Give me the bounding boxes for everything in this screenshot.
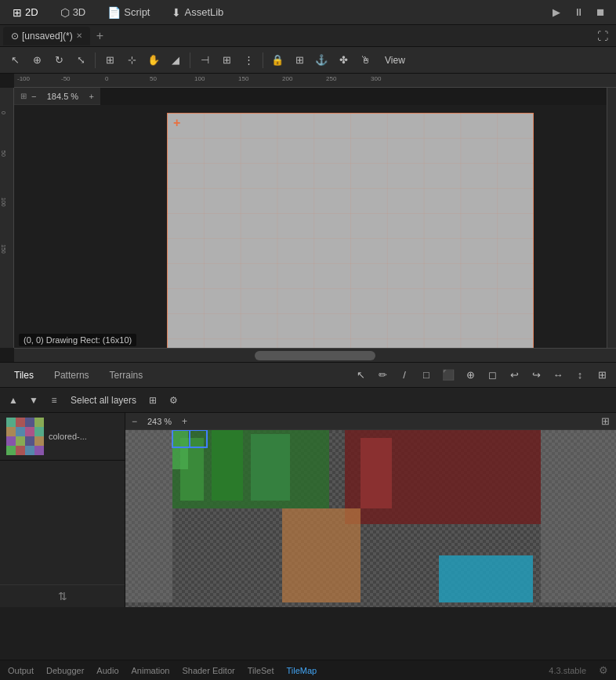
- tile-viewer[interactable]: − 243 % + ⊞: [125, 413, 616, 607]
- svg-rect-36: [541, 430, 616, 602]
- debugger-panel-button[interactable]: Debugger: [46, 666, 84, 675]
- ruler-horizontal: -100 -50 0 50 100 150 200 250 300: [14, 74, 616, 88]
- tiles-layerbar: ▲ ▼ ≡ Select all layers ⊞ ⚙: [0, 388, 616, 413]
- svg-rect-9: [25, 427, 34, 436]
- tileset-item[interactable]: colored-...: [0, 413, 125, 461]
- version-settings-icon[interactable]: ⚙: [599, 664, 608, 676]
- audio-panel-button[interactable]: Audio: [96, 666, 118, 675]
- new-tab-button[interactable]: +: [92, 29, 108, 43]
- layer-up-button[interactable]: ▲: [5, 392, 22, 409]
- layer-grid-button[interactable]: ⊞: [144, 392, 161, 409]
- undo-button[interactable]: ↩: [505, 366, 524, 385]
- play-button[interactable]: ▶: [549, 5, 564, 20]
- svg-rect-7: [6, 427, 16, 436]
- zoom-plus-button[interactable]: +: [89, 92, 93, 101]
- tile-zoom-minus[interactable]: −: [132, 416, 137, 427]
- redo-button[interactable]: ↪: [527, 366, 545, 385]
- pick-tool[interactable]: ⊕: [461, 366, 480, 385]
- layer-settings-button[interactable]: ⚙: [165, 392, 182, 409]
- tileset-manage-button[interactable]: ⇅: [0, 584, 125, 607]
- top-bar: ⊞ 2D ⬡ 3D 📄 Script ⬇ AssetLib ▶ ⏸ ⏹: [0, 0, 616, 25]
- svg-rect-18: [34, 446, 44, 455]
- cursor-tool[interactable]: ↖: [351, 366, 370, 385]
- canvas-area[interactable]: +: [14, 105, 616, 348]
- svg-rect-15: [6, 446, 16, 455]
- tab-label: [unsaved](*): [22, 31, 73, 42]
- tile-zoom-plus[interactable]: +: [182, 416, 187, 427]
- script-icon: 📄: [107, 6, 121, 19]
- rotate-tool[interactable]: ↻: [49, 50, 69, 71]
- sep2: [190, 52, 190, 68]
- stop-button[interactable]: ⏹: [592, 5, 608, 20]
- tab-bar: ⊙ [unsaved](*) ✕ + ⛶: [0, 25, 616, 47]
- erase-tool[interactable]: ◻: [483, 366, 502, 385]
- maximize-button[interactable]: ⛶: [592, 30, 613, 42]
- mode-assetlib[interactable]: ⬇ AssetLib: [167, 5, 228, 20]
- select-all-layers-button[interactable]: Select all layers: [66, 393, 141, 407]
- ruler-bottom: [14, 348, 616, 362]
- more-options[interactable]: ⋮: [238, 50, 259, 71]
- svg-rect-33: [282, 508, 361, 602]
- tile-image: [125, 430, 616, 607]
- misc-tool[interactable]: ⊹: [121, 50, 142, 71]
- random-button[interactable]: ⊞: [592, 366, 611, 385]
- sep3: [263, 52, 263, 68]
- svg-rect-17: [25, 446, 34, 455]
- unsaved-tab[interactable]: ⊙ [unsaved](*) ✕: [3, 27, 90, 45]
- ruler-vertical: 0 50 100 150: [0, 88, 14, 348]
- grid-tool[interactable]: ⊞: [289, 50, 310, 71]
- anchor-tool[interactable]: ⚓: [311, 50, 332, 71]
- tileset-panel-button[interactable]: TileSet: [248, 666, 274, 675]
- tiles-toolbar: ↖ ✏ / □ ⬛ ⊕ ◻ ↩ ↪ ↔ ↕ ⊞: [351, 366, 611, 385]
- extra-tool[interactable]: 🖱: [355, 50, 375, 71]
- zoom-level: 184.5 %: [41, 92, 84, 101]
- tiles-section: Tiles Patterns Terrains ↖ ✏ / □ ⬛ ⊕ ◻ ↩ …: [0, 362, 616, 607]
- shader-editor-button[interactable]: Shader Editor: [182, 666, 234, 675]
- lock-tool[interactable]: 🔒: [267, 50, 288, 71]
- coordinate-status: (0, 0) Drawing Rect: (16x10): [19, 334, 136, 346]
- scale-tool[interactable]: ⤡: [71, 50, 91, 71]
- svg-rect-12: [16, 436, 25, 446]
- tile-fit-button[interactable]: ⊞: [601, 415, 610, 427]
- tileset-name: colored-...: [49, 432, 87, 441]
- svg-rect-34: [439, 555, 533, 602]
- hand-tool[interactable]: ✋: [143, 50, 164, 71]
- snap2-tool[interactable]: ⊞: [216, 50, 237, 71]
- svg-rect-3: [6, 418, 16, 427]
- tab-patterns[interactable]: Patterns: [45, 367, 99, 383]
- bone-tool[interactable]: ✤: [333, 50, 353, 71]
- tileset-thumbnail: [6, 418, 44, 455]
- sep1: [95, 52, 96, 68]
- snap1-tool[interactable]: ⊣: [194, 50, 215, 71]
- animation-panel-button[interactable]: Animation: [132, 666, 170, 675]
- move-tool[interactable]: ⊕: [27, 50, 47, 71]
- tab-close-button[interactable]: ✕: [76, 31, 82, 40]
- output-panel-button[interactable]: Output: [8, 666, 34, 675]
- 3d-icon: ⬡: [60, 6, 70, 19]
- flip-v-button[interactable]: ↕: [571, 366, 589, 385]
- fill-tool[interactable]: ⬛: [439, 366, 458, 385]
- tab-terrains[interactable]: Terrains: [100, 367, 153, 383]
- horizontal-scrollbar-thumb[interactable]: [255, 351, 375, 360]
- tab-icon: ⊙: [11, 31, 19, 42]
- layer-down-button[interactable]: ▼: [25, 392, 42, 409]
- tilemap-panel-button[interactable]: TileMap: [287, 666, 317, 675]
- mode-2d[interactable]: ⊞ 2D: [8, 5, 43, 20]
- flip-h-button[interactable]: ↔: [549, 366, 567, 385]
- zoom-minus-button[interactable]: −: [31, 92, 36, 101]
- pause-button[interactable]: ⏸: [571, 5, 586, 20]
- transform-tool[interactable]: ⊞: [100, 50, 120, 71]
- tab-tiles[interactable]: Tiles: [5, 367, 43, 383]
- mode-3d[interactable]: ⬡ 3D: [56, 5, 91, 20]
- tileset-list: colored-... ⇅: [0, 413, 125, 607]
- svg-rect-6: [34, 418, 44, 427]
- mode-script[interactable]: 📄 Script: [103, 5, 154, 20]
- zoom-bar: ⊞ − 184.5 % +: [14, 88, 100, 105]
- svg-rect-35: [125, 430, 172, 602]
- rect-tool[interactable]: □: [417, 366, 436, 385]
- zoom-tool[interactable]: ◢: [165, 50, 186, 71]
- line-tool[interactable]: /: [395, 366, 414, 385]
- view-button[interactable]: View: [377, 53, 413, 67]
- pencil-tool[interactable]: ✏: [373, 366, 392, 385]
- select-tool[interactable]: ↖: [5, 50, 25, 71]
